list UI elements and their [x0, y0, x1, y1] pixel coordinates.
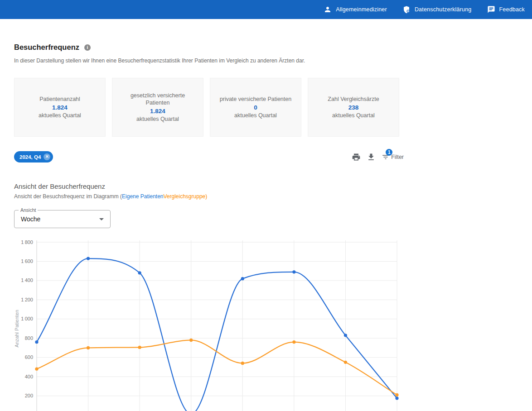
stat-card-patient-count: Patientenanzahl 1.824 aktuelles Quartal [14, 78, 106, 137]
chat-icon [487, 5, 495, 14]
stat-card-sub: aktuelles Quartal [39, 112, 81, 119]
topbar-user-label: Allgemeinmediziner [336, 6, 387, 13]
legend-comparison-group[interactable]: Vergleichsgruppe) [164, 193, 208, 200]
person-icon [324, 5, 332, 14]
chevron-down-icon [99, 218, 104, 220]
stat-card-private-insured: private versicherte Patienten 0 aktuelle… [210, 78, 301, 137]
svg-text:800: 800 [25, 335, 33, 341]
topbar-feedback-label: Feedback [499, 6, 525, 13]
stat-cards: Patientenanzahl 1.824 aktuelles Quartal … [14, 78, 532, 137]
stat-card-statutory-insured: gesetzlich versicherte Patienten 1.824 a… [112, 78, 203, 137]
topbar-item-feedback[interactable]: Feedback [487, 5, 525, 14]
page-title: Besucherfrequenz [14, 43, 79, 52]
page-description: In dieser Darstellung stellen wir Ihnen … [14, 57, 532, 64]
printer-icon [352, 153, 361, 162]
topbar-privacy-label: Datenschutzerklärung [415, 6, 472, 13]
svg-text:1 400: 1 400 [21, 277, 33, 283]
download-button[interactable] [367, 153, 376, 162]
info-icon[interactable]: i [84, 44, 91, 51]
filter-toolbar: 2024, Q4 ✕ 1 Filter [14, 151, 404, 162]
svg-text:Anzahl Patienten: Anzahl Patienten [14, 310, 19, 347]
chart-section-title: Ansicht der Besucherfrequenz [14, 182, 532, 190]
line-chart-canvas[interactable]: 02004006008001 0001 2001 4001 6001 800An… [14, 236, 399, 411]
svg-text:1 600: 1 600 [21, 258, 33, 264]
page-header: Besucherfrequenz i [14, 43, 532, 52]
stat-card-label: Zahl Vergleichsärzte [321, 96, 385, 103]
svg-text:1 000: 1 000 [21, 316, 33, 321]
view-select-label: Ansicht [19, 207, 38, 213]
filter-chip-quarter[interactable]: 2024, Q4 ✕ [14, 151, 53, 162]
stat-card-value: 1.824 [52, 104, 68, 111]
view-select-value: Woche [21, 215, 99, 223]
print-button[interactable] [352, 153, 361, 162]
chip-close-icon[interactable]: ✕ [44, 153, 50, 160]
svg-text:200: 200 [25, 393, 33, 398]
stat-card-sub: aktuelles Quartal [332, 112, 375, 119]
stat-card-sub: aktuelles Quartal [234, 112, 277, 119]
svg-text:600: 600 [25, 354, 33, 360]
view-select[interactable]: Ansicht Woche [14, 210, 111, 228]
svg-text:1 200: 1 200 [21, 297, 33, 302]
toolbar-actions: 1 Filter [352, 153, 404, 162]
stat-card-value: 0 [254, 104, 257, 111]
svg-text:1 800: 1 800 [21, 239, 33, 245]
main-content: Besucherfrequenz i In dieser Darstellung… [0, 43, 532, 411]
filter-chip-label: 2024, Q4 [19, 154, 41, 160]
svg-text:400: 400 [25, 374, 33, 379]
legend-own-patients[interactable]: Eigene Patienten [122, 193, 163, 200]
stat-card-label: private versicherte Patienten [213, 96, 298, 103]
filter-button-label: Filter [391, 154, 404, 160]
stat-card-comparison-doctors: Zahl Vergleichsärzte 238 aktuelles Quart… [308, 78, 399, 137]
top-bar: Allgemeinmediziner Datenschutzerklärung … [0, 0, 532, 19]
stat-card-value: 1.824 [150, 108, 165, 115]
topbar-item-user[interactable]: Allgemeinmediziner [324, 5, 387, 14]
subtitle-prefix: Ansicht der Besuchsfrequenz im Diagramm … [14, 193, 122, 200]
stat-card-sub: aktuelles Quartal [136, 116, 179, 122]
chart-section-subtitle: Ansicht der Besuchsfrequenz im Diagramm … [14, 193, 532, 200]
privacy-shield-icon [402, 5, 411, 14]
stat-card-label: gesetzlich versicherte Patienten [112, 92, 203, 106]
visitor-frequency-chart: 02004006008001 0001 2001 4001 6001 800An… [14, 236, 399, 411]
download-icon [367, 153, 376, 162]
filter-button[interactable]: 1 Filter [382, 153, 404, 161]
filter-count-badge: 1 [386, 149, 392, 156]
stat-card-value: 238 [348, 104, 359, 111]
stat-card-label: Patientenanzahl [33, 96, 87, 103]
topbar-item-privacy[interactable]: Datenschutzerklärung [402, 5, 472, 14]
